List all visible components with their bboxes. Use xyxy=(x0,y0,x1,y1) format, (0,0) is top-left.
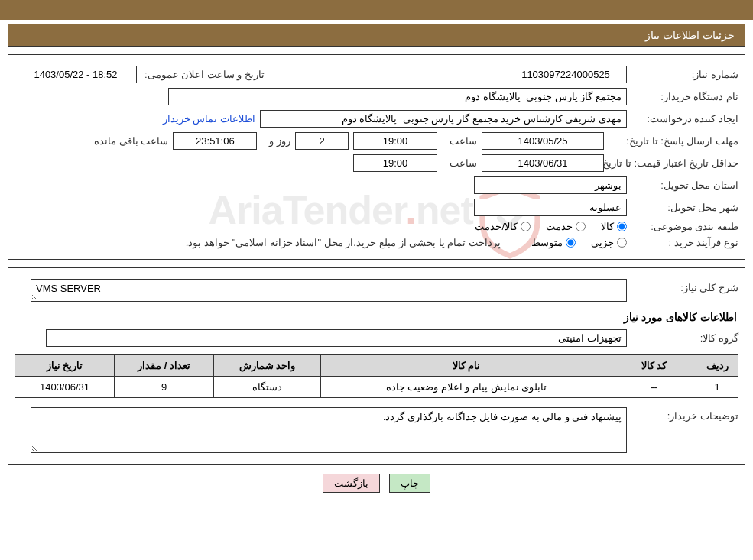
buyer-contact-link[interactable]: اطلاعات تماس خریدار xyxy=(163,113,255,125)
remaining-time-field[interactable] xyxy=(173,132,257,150)
col-qty: تعداد / مقدار xyxy=(115,355,214,377)
items-panel: شرح کلی نیاز: VMS SERVER اطلاعات کالاهای… xyxy=(8,267,745,465)
col-unit: واحد شمارش xyxy=(214,355,321,377)
table-header-row: ردیف کد کالا نام کالا واحد شمارش تعداد /… xyxy=(15,355,738,377)
requester-label: ایجاد کننده درخواست: xyxy=(631,113,738,125)
subject-class-label: طبقه بندی موضوعی: xyxy=(631,221,738,232)
city-label: شهر محل تحویل: xyxy=(631,202,738,213)
col-name: نام کالا xyxy=(321,355,612,377)
hours-remain-label: ساعت باقی مانده xyxy=(91,135,168,147)
goods-group-field[interactable] xyxy=(46,329,627,347)
public-date-field[interactable] xyxy=(15,66,137,83)
minor-radio[interactable] xyxy=(617,238,627,248)
validity-label: حداقل تاریخ اعتبار قیمت: تا تاریخ: xyxy=(609,157,738,169)
items-heading: اطلاعات کالاهای مورد نیاز xyxy=(16,311,737,323)
cell-code: -- xyxy=(612,377,696,398)
back-button[interactable]: بازگشت xyxy=(323,474,380,493)
cell-unit: دستگاه xyxy=(214,377,321,398)
days-and-label: روز و xyxy=(266,135,290,147)
main-details-panel: شماره نیاز: تاریخ و ساعت اعلان عمومی: نا… xyxy=(8,54,745,260)
goods-radio[interactable] xyxy=(617,222,627,231)
general-desc-label: شرح کلی نیاز: xyxy=(631,279,738,293)
goods-service-radio[interactable] xyxy=(521,222,531,231)
minor-radio-label: جزیی xyxy=(591,237,614,248)
goods-radio-label: کالا xyxy=(601,221,614,232)
process-type-label: نوع فرآیند خرید : xyxy=(631,237,738,248)
service-radio-label: خدمت xyxy=(546,221,573,232)
col-code: کد کالا xyxy=(612,355,696,377)
buyer-notes-label: توضیحات خریدار: xyxy=(631,407,738,422)
payment-note: پرداخت تمام یا بخشی از مبلغ خرید،از محل … xyxy=(183,237,501,248)
buyer-org-field[interactable] xyxy=(168,88,627,105)
cell-date: 1403/06/31 xyxy=(15,377,115,398)
deadline-label: مهلت ارسال پاسخ: تا تاریخ: xyxy=(609,135,738,147)
deadline-date-field[interactable] xyxy=(482,132,604,150)
public-date-label: تاریخ و ساعت اعلان عمومی: xyxy=(141,69,265,80)
medium-radio-label: متوسط xyxy=(531,237,563,248)
top-brown-bar xyxy=(0,0,753,20)
deadline-hour-field[interactable] xyxy=(353,132,437,150)
need-no-field[interactable] xyxy=(505,66,627,83)
print-button[interactable]: چاپ xyxy=(389,474,430,493)
buyer-notes-field[interactable]: پیشنهاد فنی و مالی به صورت فایل جداگانه … xyxy=(31,407,627,453)
hour-label-2: ساعت xyxy=(446,157,477,169)
panel-title-text: جزئیات اطلاعات نیاز xyxy=(645,29,735,41)
validity-hour-field[interactable] xyxy=(353,154,437,172)
service-radio[interactable] xyxy=(576,222,586,231)
validity-date-field[interactable] xyxy=(482,154,604,172)
panel-title: جزئیات اطلاعات نیاز xyxy=(8,24,745,47)
medium-radio[interactable] xyxy=(566,238,576,248)
table-row: 1 -- تابلوی نمایش پیام و اعلام وضعیت جاد… xyxy=(15,377,738,398)
city-field[interactable] xyxy=(474,199,627,216)
remaining-days-field[interactable] xyxy=(295,132,349,150)
province-label: استان محل تحویل: xyxy=(631,180,738,191)
goods-group-label: گروه کالا: xyxy=(631,332,738,344)
need-no-label: شماره نیاز: xyxy=(631,69,738,80)
general-desc-field[interactable]: VMS SERVER xyxy=(31,279,627,302)
buyer-org-label: نام دستگاه خریدار: xyxy=(631,91,738,102)
goods-service-radio-label: کالا/خدمت xyxy=(475,221,518,232)
items-table: ردیف کد کالا نام کالا واحد شمارش تعداد /… xyxy=(15,354,738,398)
requester-field[interactable] xyxy=(260,110,627,128)
col-date: تاریخ نیاز xyxy=(15,355,115,377)
col-row: ردیف xyxy=(696,355,738,377)
cell-name: تابلوی نمایش پیام و اعلام وضعیت جاده xyxy=(321,377,612,398)
cell-row: 1 xyxy=(696,377,738,398)
hour-label-1: ساعت xyxy=(446,135,477,147)
button-row: چاپ بازگشت xyxy=(0,474,753,493)
cell-qty: 9 xyxy=(115,377,214,398)
province-field[interactable] xyxy=(474,176,627,194)
